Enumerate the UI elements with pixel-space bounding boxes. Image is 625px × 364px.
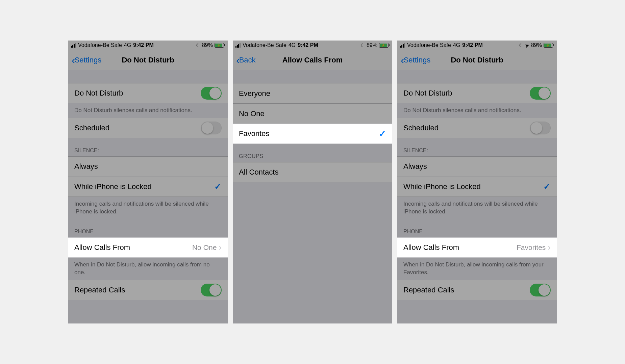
option-label: Everyone: [239, 89, 386, 98]
scheduled-label: Scheduled: [403, 124, 530, 132]
groups-header: GROUPS: [233, 144, 392, 162]
while-locked-label: While iPhone is Locked: [403, 182, 543, 191]
option-all-contacts[interactable]: All Contacts: [233, 162, 392, 182]
scheduled-label: Scheduled: [74, 124, 201, 132]
moon-icon: ☾: [360, 43, 365, 48]
signal-icon: [71, 43, 76, 48]
chevron-right-icon: ›: [219, 242, 222, 253]
check-icon: ✓: [543, 181, 551, 192]
silence-locked-row[interactable]: While iPhone is Locked ✓: [397, 177, 557, 197]
phone-header: PHONE: [397, 219, 557, 237]
back-button[interactable]: ‹ Settings: [401, 55, 430, 66]
check-icon: ✓: [214, 181, 222, 192]
chevron-right-icon: ›: [548, 242, 551, 253]
dnd-footer: Do Not Disturb silences calls and notifi…: [68, 103, 228, 118]
repeated-toggle[interactable]: [530, 284, 551, 296]
carrier: Vodafone-Be Safe: [407, 42, 451, 48]
signal-icon: [400, 43, 405, 48]
scheduled-row[interactable]: Scheduled: [397, 118, 557, 138]
repeated-label: Repeated Calls: [74, 286, 201, 294]
battery-percent: 89%: [531, 42, 542, 48]
nav-bar: ‹ Settings Do Not Disturb: [397, 50, 557, 70]
allow-calls-row[interactable]: Allow Calls From No One ›: [68, 237, 228, 258]
silence-footer: Incoming calls and notifications will be…: [68, 197, 228, 219]
allow-calls-value: Favorites: [517, 243, 546, 252]
allow-calls-label: Allow Calls From: [403, 243, 517, 252]
scheduled-row[interactable]: Scheduled: [68, 118, 228, 138]
dnd-toggle[interactable]: [530, 87, 551, 100]
screen-dnd-favorites: Vodafone-Be Safe 4G 9:42 PM ☾ ➤ 89% ⚡ ‹ …: [397, 41, 557, 323]
back-label: Settings: [75, 56, 102, 64]
dnd-footer: Do Not Disturb silences calls and notifi…: [397, 103, 557, 118]
network-type: 4G: [124, 42, 131, 48]
moon-icon: ☾: [196, 43, 200, 48]
signal-icon: [235, 43, 241, 48]
battery-percent: 89%: [367, 42, 377, 48]
back-label: Back: [239, 56, 256, 64]
silence-always-row[interactable]: Always: [397, 156, 557, 177]
silence-locked-row[interactable]: While iPhone is Locked ✓: [68, 177, 228, 197]
option-favorites[interactable]: Favorites ✓: [233, 124, 392, 144]
repeated-calls-row[interactable]: Repeated Calls: [68, 280, 228, 300]
dnd-toggle-row[interactable]: Do Not Disturb: [68, 83, 228, 103]
carrier: Vodafone-Be Safe: [78, 42, 122, 48]
status-bar: Vodafone-Be Safe 4G 9:42 PM ☾ ➤ 89% ⚡: [397, 41, 557, 50]
battery-icon: ⚡: [215, 43, 225, 48]
silence-header: SILENCE:: [397, 138, 557, 156]
network-type: 4G: [289, 42, 296, 48]
location-icon: ➤: [524, 42, 530, 49]
option-label: No One: [239, 109, 386, 118]
silence-footer: Incoming calls and notifications will be…: [397, 197, 557, 219]
carrier: Vodafone-Be Safe: [243, 42, 286, 48]
network-type: 4G: [453, 42, 460, 48]
allow-calls-footer: When in Do Not Disturb, allow incoming c…: [397, 258, 557, 280]
while-locked-label: While iPhone is Locked: [74, 182, 214, 191]
battery-percent: 89%: [202, 42, 213, 48]
moon-icon: ☾: [519, 43, 523, 48]
silence-always-row[interactable]: Always: [68, 156, 228, 177]
nav-bar: ‹ Back Allow Calls From: [233, 50, 392, 70]
option-label: All Contacts: [239, 168, 386, 177]
back-button[interactable]: ‹ Back: [236, 55, 256, 66]
back-label: Settings: [404, 56, 431, 64]
always-label: Always: [74, 162, 222, 171]
dnd-label: Do Not Disturb: [403, 89, 530, 98]
screen-allow-calls-from: Vodafone-Be Safe 4G 9:42 PM ☾ 89% ⚡ ‹ Ba…: [233, 41, 392, 323]
status-bar: Vodafone-Be Safe 4G 9:42 PM ☾ 89% ⚡: [68, 41, 228, 50]
scheduled-toggle[interactable]: [530, 122, 551, 134]
dnd-label: Do Not Disturb: [74, 89, 201, 98]
silence-header: SILENCE:: [68, 138, 228, 156]
back-button[interactable]: ‹ Settings: [72, 55, 101, 66]
scheduled-toggle[interactable]: [201, 122, 222, 134]
repeated-label: Repeated Calls: [403, 286, 530, 294]
status-time: 9:42 PM: [298, 42, 318, 48]
allow-calls-row[interactable]: Allow Calls From Favorites ›: [397, 237, 557, 258]
status-time: 9:42 PM: [133, 42, 153, 48]
repeated-calls-row[interactable]: Repeated Calls: [397, 280, 557, 300]
repeated-toggle[interactable]: [201, 284, 222, 296]
phone-header: PHONE: [68, 219, 228, 237]
option-label: Favorites: [239, 129, 379, 138]
allow-calls-label: Allow Calls From: [74, 243, 192, 252]
battery-icon: ⚡: [379, 43, 390, 48]
status-bar: Vodafone-Be Safe 4G 9:42 PM ☾ 89% ⚡: [233, 41, 392, 50]
allow-calls-value: No One: [192, 243, 217, 252]
battery-icon: ⚡: [544, 43, 554, 48]
option-everyone[interactable]: Everyone: [233, 83, 392, 103]
allow-calls-footer: When in Do Not Disturb, allow incoming c…: [68, 258, 228, 280]
always-label: Always: [403, 162, 551, 171]
page-title: Allow Calls From: [233, 56, 392, 64]
screen-dnd-noone: Vodafone-Be Safe 4G 9:42 PM ☾ 89% ⚡ ‹ Se…: [68, 41, 228, 323]
status-time: 9:42 PM: [462, 42, 482, 48]
dnd-toggle[interactable]: [201, 87, 222, 100]
dnd-toggle-row[interactable]: Do Not Disturb: [397, 83, 557, 103]
nav-bar: ‹ Settings Do Not Disturb: [68, 50, 228, 70]
check-icon: ✓: [379, 129, 386, 139]
option-no-one[interactable]: No One: [233, 103, 392, 124]
